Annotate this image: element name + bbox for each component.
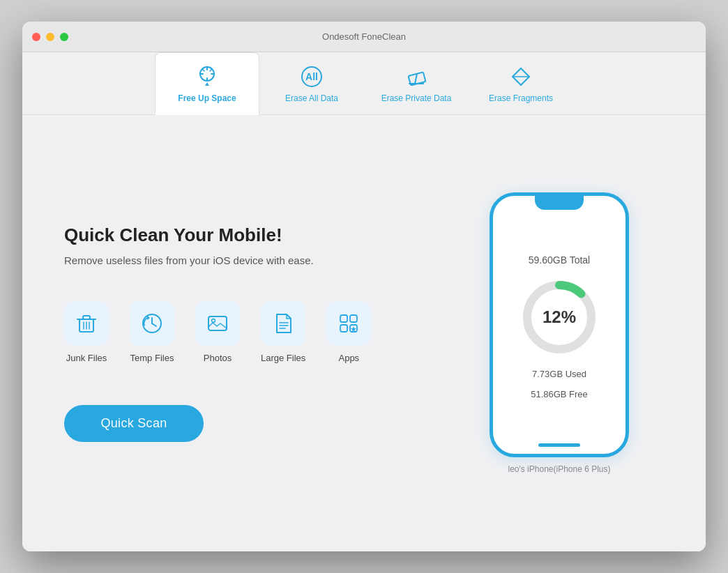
phone-body: 59.60GB Total 12% 7.73GB Used 51.86GB Fr… xyxy=(517,210,601,443)
svg-line-11 xyxy=(415,74,417,84)
minimize-button[interactable] xyxy=(46,33,54,41)
feature-temp-files[interactable]: Temp Files xyxy=(130,301,174,363)
phone-home-bar xyxy=(538,443,580,447)
quick-scan-button[interactable]: Quick Scan xyxy=(64,405,204,442)
temp-files-label: Temp Files xyxy=(130,353,174,363)
right-panel: 59.60GB Total 12% 7.73GB Used 51.86GB Fr… xyxy=(455,143,664,524)
svg-rect-30 xyxy=(340,315,347,322)
title-bar: Ondesoft FoneClean xyxy=(22,22,706,52)
nav-item-erase-fragments[interactable]: Erase Fragments xyxy=(469,52,573,115)
large-files-label: Large Files xyxy=(261,353,305,363)
svg-point-26 xyxy=(212,319,215,323)
phone-notch xyxy=(535,196,584,210)
main-title: Quick Clean Your Mobile! xyxy=(64,224,427,246)
maximize-button[interactable] xyxy=(60,33,68,41)
svg-rect-17 xyxy=(83,316,90,319)
svg-rect-32 xyxy=(340,325,347,332)
feature-icons: Junk Files xyxy=(64,301,427,363)
svg-marker-7 xyxy=(205,82,209,86)
feature-large-files[interactable]: Large Files xyxy=(261,301,305,363)
svg-rect-31 xyxy=(350,315,357,322)
large-files-icon-bg xyxy=(261,301,305,346)
erase-private-data-icon xyxy=(404,64,429,89)
donut-chart: 12% xyxy=(517,275,601,359)
photos-icon-bg xyxy=(195,301,240,346)
junk-files-icon-bg xyxy=(64,301,109,346)
temp-files-icon-bg xyxy=(130,301,174,346)
phone-mockup: 59.60GB Total 12% 7.73GB Used 51.86GB Fr… xyxy=(490,192,629,457)
close-button[interactable] xyxy=(32,33,40,41)
phone-free: 51.86GB Free xyxy=(531,389,588,399)
svg-line-6 xyxy=(210,69,212,71)
svg-rect-25 xyxy=(208,316,227,330)
feature-junk-files[interactable]: Junk Files xyxy=(64,301,109,363)
svg-text:All: All xyxy=(305,71,318,82)
phone-used: 7.73GB Used xyxy=(532,369,586,379)
apps-label: Apps xyxy=(338,353,359,363)
app-title: Ondesoft FoneClean xyxy=(322,31,406,42)
feature-photos[interactable]: Photos xyxy=(195,301,240,363)
feature-apps[interactable]: Apps xyxy=(326,301,371,363)
erase-fragments-icon xyxy=(508,64,533,89)
nav-item-erase-all-data[interactable]: All Erase All Data xyxy=(259,52,364,115)
app-window: Ondesoft FoneClean Fr xyxy=(22,22,706,551)
phone-total: 59.60GB Total xyxy=(529,254,590,266)
erase-all-data-icon: All xyxy=(299,64,324,89)
junk-files-label: Junk Files xyxy=(66,353,107,363)
main-content: Quick Clean Your Mobile! Remove useless … xyxy=(22,115,706,551)
nav-label-erase-fragments: Erase Fragments xyxy=(489,93,553,103)
svg-line-5 xyxy=(202,69,204,71)
free-up-space-icon xyxy=(195,64,220,89)
apps-icon-bg xyxy=(326,301,371,346)
device-name: leo's iPhone(iPhone 6 Plus) xyxy=(508,464,610,474)
photos-label: Photos xyxy=(204,353,232,363)
nav-label-erase-all-data: Erase All Data xyxy=(285,93,338,103)
svg-line-23 xyxy=(152,323,156,326)
nav-label-free-up-space: Free Up Space xyxy=(178,93,236,103)
traffic-lights xyxy=(32,33,68,41)
donut-percent: 12% xyxy=(543,307,576,327)
nav-label-erase-private-data: Erase Private Data xyxy=(381,93,452,103)
nav-bar: Free Up Space All Erase All Data xyxy=(22,52,706,115)
svg-marker-24 xyxy=(147,316,150,320)
nav-item-free-up-space[interactable]: Free Up Space xyxy=(155,52,259,115)
nav-item-erase-private-data[interactable]: Erase Private Data xyxy=(364,52,469,115)
left-panel: Quick Clean Your Mobile! Remove useless … xyxy=(64,143,427,524)
main-subtitle: Remove useless files from your iOS devic… xyxy=(64,254,427,266)
